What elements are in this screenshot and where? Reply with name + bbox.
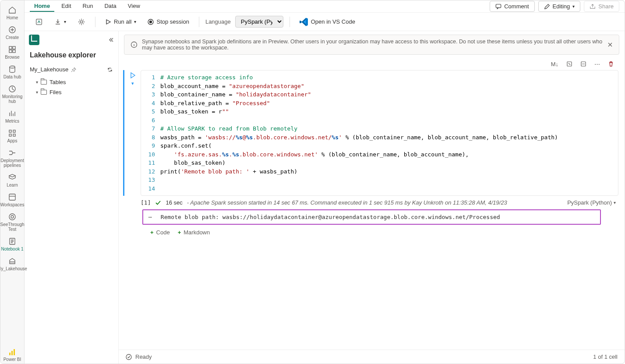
notebook1-icon (8, 237, 17, 246)
powerbi-switcher[interactable]: Power BI (0, 346, 24, 364)
workspaces-icon (8, 193, 17, 201)
svg-rect-1 (9, 46, 12, 49)
notebook-mode-icon[interactable] (32, 16, 46, 28)
editing-mode-button[interactable]: Editing ▾ (538, 1, 581, 12)
output-actions-button[interactable]: ⋯ (148, 214, 153, 220)
more-cell-actions-button[interactable]: ⋯ (593, 60, 602, 68)
cell-language-label[interactable]: PySpark (Python) (567, 199, 612, 206)
plus-icon: + (150, 229, 154, 236)
chevron-down-icon: ▾ (36, 80, 38, 85)
add-markdown-cell-button[interactable]: + Markdown (178, 229, 210, 236)
language-label: Language (205, 18, 231, 25)
nav-label: My_Lakehouse (0, 266, 27, 271)
nav-create[interactable]: Create (0, 24, 24, 42)
svg-rect-11 (9, 194, 15, 200)
folder-icon (41, 90, 47, 95)
add-cell-row: + Code + Markdown (119, 225, 625, 236)
lakehouse-logo-icon (29, 35, 39, 45)
nav-notebook1[interactable]: Notebook 1 (0, 235, 24, 253)
share-button: Share (584, 1, 619, 12)
code-cell: ▾ 1# Azure storage access info2blob_acco… (123, 70, 618, 196)
menu-tab-data[interactable]: Data (100, 1, 120, 12)
nav-datahub[interactable]: Data hub (0, 63, 24, 81)
statusbar: Ready 1 of 1 cell (119, 350, 625, 364)
download-button[interactable]: ▾ (51, 17, 70, 27)
nav-seethrough[interactable]: SeeThrough Test (0, 211, 24, 233)
svg-point-5 (10, 66, 15, 68)
seethrough-icon (8, 212, 17, 221)
nav-home[interactable]: Home (0, 4, 24, 22)
language-select[interactable]: PySpark (Pytho… (235, 16, 283, 28)
nav-apps[interactable]: Apps (0, 127, 24, 145)
chevron-down-icon: ▾ (572, 4, 575, 9)
menu-tab-view[interactable]: View (124, 1, 145, 12)
banner-text: Synapse notebooks and Spark job definiti… (142, 39, 603, 51)
cell-count-label: 1 of 1 cell (593, 353, 618, 360)
nav-mylakehouse[interactable]: My_Lakehouse (0, 255, 24, 273)
mylakehouse-icon (8, 257, 17, 265)
output-text: Remote blob path: wasbs://holidaydatacon… (161, 214, 500, 220)
svg-rect-4 (13, 50, 15, 53)
nav-browse[interactable]: Browse (0, 43, 24, 61)
chevron-down-icon: ▾ (36, 90, 38, 95)
comment-button[interactable]: Comment (490, 1, 534, 12)
menubar: HomeEditRunDataView Comment Editing ▾ (25, 0, 625, 13)
menu-tab-run[interactable]: Run (78, 1, 98, 12)
svg-point-12 (9, 214, 15, 220)
share-icon (590, 4, 596, 10)
status-ready-label: Ready (135, 353, 152, 360)
pencil-icon (544, 4, 550, 10)
lakehouse-explorer-title: Lakehouse explorer (25, 49, 118, 64)
settings-button[interactable] (74, 16, 89, 28)
svg-rect-2 (13, 46, 15, 49)
vscode-icon (300, 18, 308, 26)
cell-tool-1-icon[interactable] (565, 60, 574, 68)
cell-exec-time: 16 sec (166, 199, 182, 206)
powerbi-label: Power BI (4, 357, 21, 362)
tree-node-tables[interactable]: ▾Tables (28, 77, 115, 87)
success-check-icon (155, 200, 161, 206)
nav-workspaces[interactable]: Workspaces (0, 191, 24, 209)
svg-rect-18 (496, 4, 501, 7)
home-icon (8, 6, 17, 14)
refresh-button[interactable] (107, 67, 113, 73)
cell-tool-2-icon[interactable] (579, 60, 588, 68)
create-icon (8, 25, 17, 34)
nav-learn[interactable]: Learn (0, 171, 24, 189)
tree-node-files[interactable]: ▾Files (28, 87, 115, 97)
cell-toolbar: M↓ ⋯ (119, 58, 625, 70)
menu-tab-edit[interactable]: Edit (57, 1, 75, 12)
nav-label: Learn (7, 183, 18, 187)
cell-exec-index: [1] (141, 199, 151, 206)
run-all-button[interactable]: Run all ▾ (102, 17, 140, 27)
close-banner-button[interactable] (607, 42, 613, 47)
stop-session-button[interactable]: Stop session (144, 17, 192, 27)
delete-cell-button[interactable] (606, 60, 616, 68)
nav-label: Notebook 1 (1, 247, 23, 251)
add-markdown-label: Markdown (184, 229, 210, 236)
collapse-panel-button[interactable] (108, 37, 114, 43)
code-editor[interactable]: 1# Azure storage access info2blob_accoun… (141, 70, 618, 196)
chevron-down-icon[interactable]: ▾ (614, 200, 616, 205)
svg-rect-15 (9, 353, 11, 355)
svg-rect-7 (9, 130, 11, 132)
nav-label: Metrics (5, 119, 19, 124)
toolbar: ▾ Run all ▾ Stop session Language PySpar… (25, 13, 625, 31)
plus-icon: + (178, 229, 181, 236)
run-cell-options-button[interactable]: ▾ (131, 81, 134, 86)
lakehouse-name[interactable]: My_Lakehouse (30, 66, 68, 73)
nav-label: Home (7, 15, 18, 20)
cell-output: ⋯ Remote blob path: wasbs://holidaydatac… (142, 209, 601, 225)
apps-icon (8, 129, 17, 138)
add-code-cell-button[interactable]: + Code (150, 229, 170, 236)
nav-metrics[interactable]: Metrics (0, 107, 24, 125)
nav-monitoring[interactable]: Monitoring hub (0, 83, 24, 106)
open-in-vscode-button[interactable]: Open in VS Code (296, 16, 359, 28)
open-vscode-label: Open in VS Code (311, 18, 355, 25)
menu-tab-home[interactable]: Home (30, 1, 54, 12)
convert-to-markdown-button[interactable]: M↓ (549, 60, 560, 68)
folder-icon (41, 80, 47, 85)
pin-icon[interactable] (71, 67, 76, 72)
run-cell-button[interactable] (129, 72, 136, 79)
nav-pipelines[interactable]: Deployment pipelines (0, 147, 24, 170)
